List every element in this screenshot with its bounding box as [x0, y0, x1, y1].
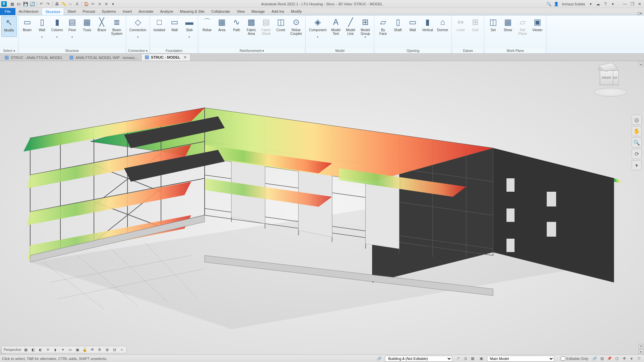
viewcube-compass[interactable]: [594, 88, 627, 97]
area-button[interactable]: ▦Area: [214, 16, 229, 36]
select-underlay-icon[interactable]: ▨: [599, 356, 605, 362]
tag-icon[interactable]: A: [74, 1, 80, 7]
app-logo[interactable]: R: [1, 1, 7, 7]
design-option-select[interactable]: Main Model: [487, 356, 554, 362]
wall-button[interactable]: ▭Wall: [167, 16, 182, 36]
rebar-coupler-button[interactable]: ⊙RebarCoupler: [288, 16, 304, 36]
scroll-down-icon[interactable]: ▾: [639, 344, 643, 349]
ribbon-tab[interactable]: Manage: [248, 8, 268, 15]
cover-button[interactable]: ◫Cover: [273, 16, 288, 36]
modify-button[interactable]: ↖ Modify: [1, 16, 17, 37]
scroll-up-icon[interactable]: ▴: [639, 62, 643, 66]
ribbon-tab[interactable]: Insert: [119, 8, 136, 15]
scroll-right-icon[interactable]: ▸: [639, 349, 643, 354]
truss-button[interactable]: ▦Truss: [79, 16, 94, 36]
restore-icon[interactable]: ❐: [629, 1, 635, 7]
ribbon-tab[interactable]: Massing & Site: [176, 8, 208, 15]
model-group-button[interactable]: ⊞ModelGroup▾: [358, 16, 373, 39]
view-tab[interactable]: ANALYTICAL MODEL WIP - tomasz...: [66, 55, 141, 61]
render-icon[interactable]: ✦: [60, 347, 65, 352]
scale-icon[interactable]: ▦: [23, 347, 29, 352]
redo-icon[interactable]: ↷: [45, 1, 51, 7]
viewcube-front[interactable]: FRONT: [600, 70, 613, 85]
fabric-area-button[interactable]: ▩FabricArea: [244, 16, 259, 36]
close-hidden-icon[interactable]: ✕: [103, 1, 110, 7]
print-icon[interactable]: 🖶: [54, 1, 60, 7]
file-tab[interactable]: File: [0, 8, 15, 15]
select-face-icon[interactable]: ◫: [614, 356, 620, 362]
brace-button[interactable]: ╳Brace: [94, 16, 109, 36]
model-icon[interactable]: ▣: [478, 356, 484, 362]
close-icon[interactable]: ✕: [182, 55, 187, 60]
drag-icon[interactable]: ✥: [621, 356, 627, 362]
filter-icon[interactable]: ▦: [470, 356, 476, 362]
vertical-button[interactable]: ▮Vertical: [420, 16, 435, 36]
viewer-button[interactable]: ▣Viewer: [530, 16, 545, 36]
close-icon[interactable]: ✕: [637, 1, 643, 7]
visual-style-icon[interactable]: ◐: [38, 347, 43, 352]
section-icon[interactable]: ✂: [90, 1, 96, 7]
editable-only-checkbox[interactable]: Editable Only: [561, 356, 588, 361]
column-button[interactable]: ▮Column▾: [49, 16, 65, 39]
3d-icon[interactable]: 🏠: [83, 1, 90, 7]
crop-show-icon[interactable]: ▣: [75, 347, 80, 352]
dimension-icon[interactable]: ↔: [67, 1, 74, 7]
path-button[interactable]: ∿Path: [229, 16, 244, 36]
ribbon-tab[interactable]: Precast: [79, 8, 98, 15]
drawing-canvas[interactable]: ▴ ▾ ◂ ▸: [0, 61, 644, 355]
help-icon[interactable]: ?: [602, 1, 608, 7]
show-button[interactable]: ▦Show: [500, 16, 515, 36]
panel-title[interactable]: Reinforcement ▾: [200, 48, 304, 53]
switch-window-icon[interactable]: ▾: [110, 1, 116, 7]
panel-collapse-icon[interactable]: ▢▾: [637, 11, 642, 15]
ribbon-tab[interactable]: Architecture: [15, 8, 42, 15]
beam-button[interactable]: ▭Beam: [20, 16, 35, 36]
panel-title[interactable]: Connection ▾: [127, 48, 149, 53]
ribbon-tab[interactable]: Modify: [287, 8, 305, 15]
undo-icon[interactable]: ↶: [38, 1, 45, 7]
qat-menu-icon[interactable]: ▦: [9, 1, 15, 7]
background-icon[interactable]: ▼: [629, 356, 635, 362]
analytical-icon[interactable]: ⊞: [104, 347, 110, 352]
temp-hide-icon[interactable]: 👁: [90, 347, 95, 352]
workset-select[interactable]: Building A (Not Editable): [385, 356, 452, 362]
orbit-icon[interactable]: ⟳: [632, 149, 642, 159]
crop-icon[interactable]: ▭: [67, 347, 73, 352]
select-links-icon[interactable]: 🔗: [592, 356, 598, 362]
navbar-drop-icon[interactable]: ▾: [632, 160, 642, 170]
view-tab[interactable]: STRUC - ANALYTICAL MODEL: [1, 55, 66, 61]
help-drop-icon[interactable]: ▾: [610, 1, 616, 7]
slab-button[interactable]: ▬Slab▾: [182, 16, 197, 39]
unlock-icon[interactable]: 🔓: [82, 347, 88, 352]
ribbon-tab[interactable]: Collaborate: [208, 8, 233, 15]
pan-icon[interactable]: ✋: [632, 126, 642, 136]
thin-lines-icon[interactable]: ≡: [96, 1, 103, 7]
user-drop-icon[interactable]: ▾: [588, 1, 594, 7]
measure-icon[interactable]: 📏: [60, 1, 67, 7]
rebar-button[interactable]: ⌒Rebar: [200, 16, 214, 36]
ribbon-tab[interactable]: Add-Ins: [268, 8, 287, 15]
viewcube[interactable]: ⌂ FRONT RIGHT: [590, 68, 631, 101]
model-text-button[interactable]: AModelText: [328, 16, 343, 36]
floor-button[interactable]: ▤Floor▾: [65, 16, 79, 39]
ribbon-tab[interactable]: Structure: [42, 8, 64, 15]
save-icon[interactable]: 💾: [22, 1, 29, 7]
signin-icon[interactable]: 👤: [553, 1, 559, 7]
workset-icon[interactable]: 🔗: [376, 356, 382, 362]
favorites-icon[interactable]: ☁: [595, 1, 601, 7]
selection-count-icon[interactable]: ↗: [455, 356, 461, 362]
connection-button[interactable]: ◇Connection▾: [127, 16, 149, 39]
sun-icon[interactable]: ☀: [45, 347, 51, 352]
constraints-icon[interactable]: ⊟: [112, 347, 117, 352]
ribbon-tab[interactable]: View: [233, 8, 248, 15]
beam-system-button[interactable]: ≣BeamSystem: [109, 16, 124, 36]
shadows-icon[interactable]: ◗: [53, 347, 58, 352]
sync-icon[interactable]: 🔄: [29, 1, 36, 7]
panel-title[interactable]: Select ▾: [1, 48, 17, 53]
shaft-button[interactable]: ▯Shaft: [390, 16, 405, 36]
set-button[interactable]: ◫Set: [486, 16, 500, 36]
component-button[interactable]: ◈Component▾: [307, 16, 328, 39]
ribbon-tab[interactable]: Analyze: [157, 8, 176, 15]
zoom-icon[interactable]: 🔍: [632, 137, 642, 147]
open-icon[interactable]: 🗁: [15, 1, 22, 7]
